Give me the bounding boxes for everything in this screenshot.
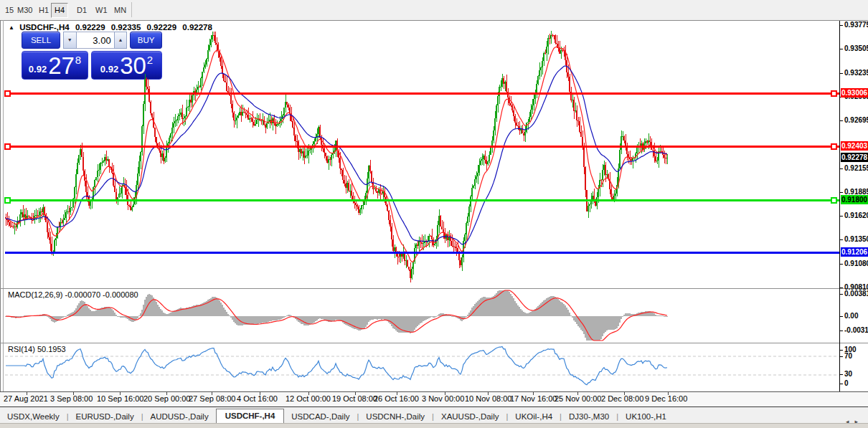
separator-macd-rsi[interactable] (0, 343, 868, 343)
chart-tab-dj30-m30[interactable]: DJ30-,M30 (562, 410, 616, 424)
price-axis-tick (840, 49, 843, 49)
price-axis-tick (840, 264, 843, 265)
price-axis-label: 0.91080 (844, 260, 868, 267)
date-axis[interactable]: 27 Aug 20213 Sep 08:0010 Sep 16:0020 Sep… (0, 392, 868, 407)
price-axis-tick (840, 287, 843, 288)
date-axis-label: 10 Sep 16:00 (97, 394, 143, 403)
price-axis-tick (840, 25, 843, 26)
date-axis-label: 2 Dec 08:00 (601, 394, 643, 403)
macd-axis-label: 0.003811 (844, 290, 868, 298)
chart-tab-usdx-weekly[interactable]: USDX,Weekly (0, 410, 67, 424)
chart-tab-uk100-h1[interactable]: UK100-,H1 (618, 410, 674, 424)
date-axis-label: 25 Nov 00:00 (555, 394, 601, 403)
date-axis-label: 27 Sep 08:00 (189, 394, 235, 403)
date-axis-label: 9 Dec 16:00 (645, 394, 687, 403)
macd-axis-tick (840, 316, 843, 317)
main-price-panel[interactable] (5, 31, 668, 282)
rsi-axis-tick (840, 356, 843, 357)
horizontal-level-lines[interactable] (5, 91, 839, 254)
date-axis-label: 19 Oct 08:00 (332, 394, 377, 403)
price-level-badge: 0.93006 (841, 88, 868, 98)
price-chart-canvas[interactable] (0, 0, 868, 428)
price-axis-tick (840, 216, 843, 217)
bottom-strip (0, 423, 868, 428)
price-axis-tick (840, 239, 843, 240)
separator-main-macd[interactable] (0, 288, 868, 289)
price-axis-label: 0.93775 (844, 21, 868, 29)
chart-tab-ukoil-h4[interactable]: UKOil-,H4 (508, 410, 560, 424)
mt4-window: 15M30H1H4D1W1MN ▲ USDCHF-,H4 0.92229 0.9… (0, 0, 868, 428)
chart-tab-eurusd-daily[interactable]: EURUSD-,Daily (69, 410, 141, 424)
price-axis-line (839, 21, 840, 391)
rsi-axis-label: 30 (844, 370, 852, 378)
date-axis-label: 12 Oct 00:00 (286, 394, 331, 403)
date-axis-label: 3 Nov 00:00 (422, 394, 464, 403)
price-axis-label: 0.91620 (844, 211, 868, 219)
price-axis-label: 0.92695 (844, 116, 868, 124)
price-axis-tick (840, 120, 843, 121)
price-axis-label: 0.93235 (844, 69, 868, 77)
price-axis-label: 0.93505 (844, 44, 868, 52)
chart-tab-audusd-daily[interactable]: AUDUSD-,Daily (143, 410, 216, 424)
chart-tab-bar: USDX,Weekly|EURUSD-,Daily|AUDUSD-,DailyU… (0, 406, 868, 424)
date-axis-label: 4 Oct 16:00 (237, 394, 278, 403)
price-axis-tick (840, 73, 843, 74)
price-axis-tick (840, 168, 843, 169)
date-axis-label: 27 Aug 2021 (4, 394, 48, 403)
price-level-badge: 0.91206 (841, 247, 868, 257)
price-level-badge: 0.91800 (841, 195, 868, 204)
price-axis-label: 0.92155 (844, 164, 868, 172)
macd-label: MACD(12,26,9) -0.000070 -0.000080 (8, 290, 138, 299)
chart-tab-xauusd-daily[interactable]: XAUUSD-,Daily (434, 410, 506, 424)
date-axis-label: 10 Nov 08:00 (465, 394, 511, 403)
rsi-axis-tick (840, 374, 843, 375)
rsi-axis-label: 70 (844, 352, 852, 360)
date-axis-label: 26 Oct 16:00 (374, 394, 419, 403)
chart-tab-usdcad-daily[interactable]: USDCAD-,Daily (284, 410, 357, 424)
chart-tab-usdcnh-daily[interactable]: USDCNH-,Daily (359, 410, 432, 424)
price-axis-tick (840, 192, 843, 193)
price-axis-label: 0.91350 (844, 235, 868, 243)
price-level-badge: 0.92403 (841, 141, 868, 151)
rsi-panel (5, 346, 839, 384)
macd-axis-label: 0.00 (844, 312, 858, 320)
date-axis-label: 17 Nov 16:00 (510, 394, 557, 403)
rsi-axis-label: 0 (844, 379, 849, 387)
date-axis-label: 20 Sep 00:00 (143, 394, 190, 403)
price-level-badge: 0.92278 (841, 153, 868, 162)
macd-axis-tick (840, 294, 843, 295)
macd-axis-tick (840, 330, 843, 331)
rsi-axis-tick (840, 350, 843, 351)
chart-tab-usdchf-h4[interactable]: USDCHF-,H4 (216, 409, 285, 424)
macd-axis-label: -0.00311 (844, 326, 868, 334)
date-axis-label: 3 Sep 08:00 (50, 394, 93, 403)
rsi-axis-tick (840, 384, 843, 384)
rsi-label: RSI(14) 50.1953 (8, 345, 66, 353)
